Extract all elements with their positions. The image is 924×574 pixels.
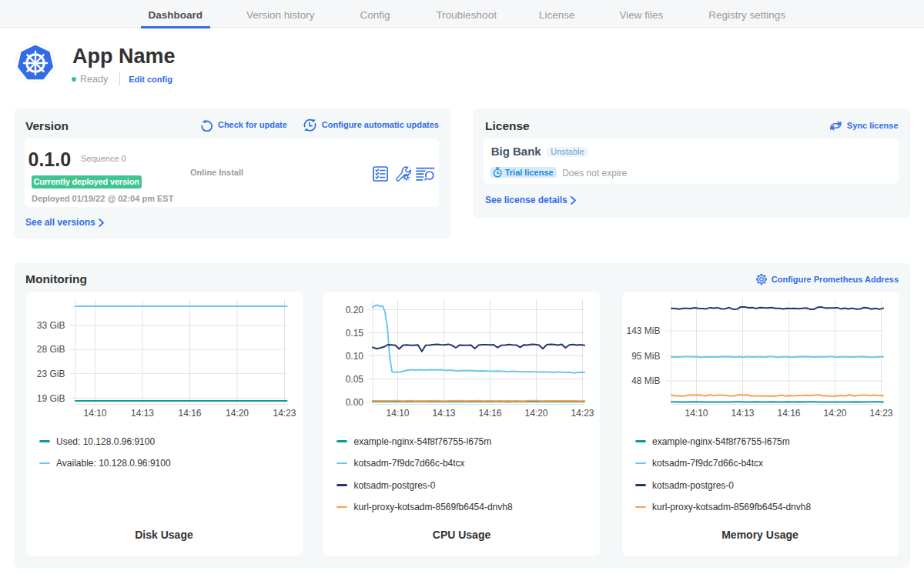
svg-text:14:13: 14:13 <box>432 408 455 419</box>
svg-text:28 GiB: 28 GiB <box>36 344 65 355</box>
svg-text:14:23: 14:23 <box>571 408 594 419</box>
svg-text:14:16: 14:16 <box>178 408 201 419</box>
svg-text:143 MiB: 143 MiB <box>626 325 660 336</box>
svg-text:0.10: 0.10 <box>346 351 364 362</box>
svg-text:0.00: 0.00 <box>346 397 364 408</box>
svg-text:14:20: 14:20 <box>225 408 248 419</box>
svg-text:14:10: 14:10 <box>386 408 409 419</box>
svg-text:0.20: 0.20 <box>346 305 364 315</box>
svg-text:14:23: 14:23 <box>869 408 892 419</box>
svg-text:14:10: 14:10 <box>685 408 708 419</box>
svg-text:0.05: 0.05 <box>346 374 364 385</box>
svg-text:14:10: 14:10 <box>83 408 106 419</box>
svg-text:33 GiB: 33 GiB <box>36 320 65 331</box>
svg-text:14:16: 14:16 <box>777 408 800 419</box>
svg-text:48 MiB: 48 MiB <box>631 375 660 386</box>
svg-text:14:13: 14:13 <box>130 408 153 419</box>
svg-text:23 GiB: 23 GiB <box>36 369 65 379</box>
svg-text:14:23: 14:23 <box>273 408 296 419</box>
svg-text:14:16: 14:16 <box>478 408 501 419</box>
svg-text:14:13: 14:13 <box>731 408 754 419</box>
svg-text:14:20: 14:20 <box>524 408 547 419</box>
svg-text:95 MiB: 95 MiB <box>631 351 660 362</box>
svg-text:19 GiB: 19 GiB <box>36 393 65 404</box>
svg-text:14:20: 14:20 <box>823 408 846 419</box>
svg-text:0.15: 0.15 <box>346 328 364 339</box>
